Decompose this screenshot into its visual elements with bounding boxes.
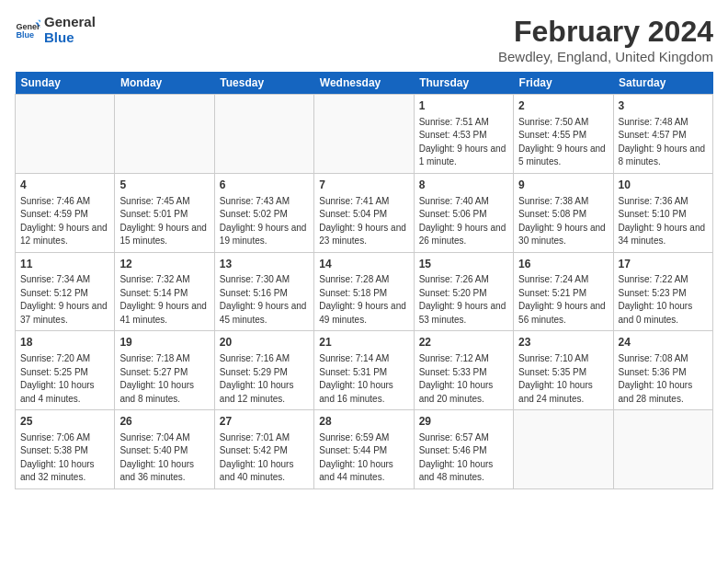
calendar-cell: 2Sunrise: 7:50 AM Sunset: 4:55 PM Daylig… [514, 95, 613, 174]
day-info: Sunrise: 7:38 AM Sunset: 5:08 PM Dayligh… [518, 195, 608, 248]
calendar-cell: 6Sunrise: 7:43 AM Sunset: 5:02 PM Daylig… [214, 173, 313, 252]
weekday-header-sunday: Sunday [16, 72, 115, 95]
calendar-cell: 17Sunrise: 7:22 AM Sunset: 5:23 PM Dayli… [613, 252, 712, 331]
calendar-cell: 21Sunrise: 7:14 AM Sunset: 5:31 PM Dayli… [314, 331, 414, 410]
day-number: 18 [20, 335, 109, 350]
day-number: 2 [518, 98, 608, 114]
calendar-cell: 1Sunrise: 7:51 AM Sunset: 4:53 PM Daylig… [414, 95, 513, 174]
day-number: 8 [419, 178, 508, 193]
day-number: 22 [419, 335, 508, 350]
day-info: Sunrise: 7:36 AM Sunset: 5:10 PM Dayligh… [619, 195, 708, 248]
day-number: 4 [20, 178, 109, 193]
weekday-header-tuesday: Tuesday [214, 72, 313, 95]
calendar-cell: 18Sunrise: 7:20 AM Sunset: 5:25 PM Dayli… [16, 331, 115, 410]
day-number: 12 [119, 257, 209, 272]
calendar-cell: 16Sunrise: 7:24 AM Sunset: 5:21 PM Dayli… [514, 252, 613, 331]
weekday-header-friday: Friday [514, 72, 613, 95]
day-info: Sunrise: 7:06 AM Sunset: 5:38 PM Dayligh… [20, 431, 109, 485]
day-info: Sunrise: 7:28 AM Sunset: 5:18 PM Dayligh… [319, 273, 408, 327]
weekday-header-saturday: Saturday [613, 72, 712, 95]
calendar-cell: 3Sunrise: 7:48 AM Sunset: 4:57 PM Daylig… [613, 95, 712, 174]
calendar-cell: 27Sunrise: 7:01 AM Sunset: 5:42 PM Dayli… [214, 410, 313, 489]
weekday-header-monday: Monday [115, 72, 214, 95]
day-info: Sunrise: 7:08 AM Sunset: 5:36 PM Dayligh… [619, 352, 708, 406]
calendar-week-4: 18Sunrise: 7:20 AM Sunset: 5:25 PM Dayli… [16, 331, 713, 410]
calendar-cell: 26Sunrise: 7:04 AM Sunset: 5:40 PM Dayli… [115, 410, 214, 489]
day-number: 29 [419, 414, 508, 430]
logo: General Blue General Blue [15, 15, 96, 45]
day-number: 17 [619, 257, 708, 272]
calendar-cell: 15Sunrise: 7:26 AM Sunset: 5:20 PM Dayli… [414, 252, 513, 331]
calendar-cell: 22Sunrise: 7:12 AM Sunset: 5:33 PM Dayli… [414, 331, 513, 410]
calendar-cell: 14Sunrise: 7:28 AM Sunset: 5:18 PM Dayli… [314, 252, 414, 331]
day-info: Sunrise: 7:04 AM Sunset: 5:40 PM Dayligh… [119, 431, 209, 485]
day-number: 9 [518, 178, 608, 193]
day-number: 21 [319, 335, 408, 350]
calendar-cell: 23Sunrise: 7:10 AM Sunset: 5:35 PM Dayli… [514, 331, 613, 410]
calendar-cell: 19Sunrise: 7:18 AM Sunset: 5:27 PM Dayli… [115, 331, 214, 410]
month-year: February 2024 [498, 15, 713, 49]
day-number: 3 [619, 98, 708, 114]
calendar-cell: 24Sunrise: 7:08 AM Sunset: 5:36 PM Dayli… [613, 331, 712, 410]
day-number: 1 [419, 98, 508, 114]
logo-blue: Blue [44, 29, 74, 45]
day-number: 25 [20, 414, 109, 430]
calendar-cell: 9Sunrise: 7:38 AM Sunset: 5:08 PM Daylig… [514, 173, 613, 252]
calendar-cell: 25Sunrise: 7:06 AM Sunset: 5:38 PM Dayli… [16, 410, 115, 489]
calendar-cell [115, 95, 214, 174]
day-number: 13 [220, 257, 309, 272]
day-number: 7 [319, 178, 408, 193]
calendar-cell [214, 95, 313, 174]
calendar-cell: 4Sunrise: 7:46 AM Sunset: 4:59 PM Daylig… [16, 173, 115, 252]
day-info: Sunrise: 7:45 AM Sunset: 5:01 PM Dayligh… [119, 195, 209, 248]
calendar-table: SundayMondayTuesdayWednesdayThursdayFrid… [15, 72, 713, 489]
logo-icon: General Blue [15, 17, 40, 43]
day-info: Sunrise: 7:41 AM Sunset: 5:04 PM Dayligh… [319, 195, 408, 248]
day-info: Sunrise: 7:10 AM Sunset: 5:35 PM Dayligh… [518, 352, 608, 406]
day-info: Sunrise: 7:01 AM Sunset: 5:42 PM Dayligh… [220, 431, 309, 485]
day-info: Sunrise: 7:51 AM Sunset: 4:53 PM Dayligh… [419, 116, 508, 169]
day-info: Sunrise: 7:30 AM Sunset: 5:16 PM Dayligh… [220, 273, 309, 327]
day-info: Sunrise: 7:46 AM Sunset: 4:59 PM Dayligh… [20, 195, 109, 248]
day-info: Sunrise: 7:48 AM Sunset: 4:57 PM Dayligh… [619, 116, 708, 169]
calendar-cell: 28Sunrise: 6:59 AM Sunset: 5:44 PM Dayli… [314, 410, 414, 489]
day-info: Sunrise: 7:40 AM Sunset: 5:06 PM Dayligh… [419, 195, 508, 248]
calendar-cell [613, 410, 712, 489]
day-number: 20 [220, 335, 309, 350]
calendar-cell [16, 95, 115, 174]
day-number: 23 [518, 335, 608, 350]
day-info: Sunrise: 7:18 AM Sunset: 5:27 PM Dayligh… [119, 352, 209, 406]
calendar-cell: 20Sunrise: 7:16 AM Sunset: 5:29 PM Dayli… [214, 331, 313, 410]
calendar-week-1: 1Sunrise: 7:51 AM Sunset: 4:53 PM Daylig… [16, 95, 713, 174]
weekday-header-row: SundayMondayTuesdayWednesdayThursdayFrid… [16, 72, 713, 95]
day-info: Sunrise: 7:24 AM Sunset: 5:21 PM Dayligh… [518, 273, 608, 327]
day-number: 5 [119, 178, 209, 193]
calendar-week-2: 4Sunrise: 7:46 AM Sunset: 4:59 PM Daylig… [16, 173, 713, 252]
day-info: Sunrise: 6:57 AM Sunset: 5:46 PM Dayligh… [419, 431, 508, 485]
calendar-cell [314, 95, 414, 174]
day-info: Sunrise: 7:26 AM Sunset: 5:20 PM Dayligh… [419, 273, 508, 327]
day-info: Sunrise: 7:14 AM Sunset: 5:31 PM Dayligh… [319, 352, 408, 406]
weekday-header-wednesday: Wednesday [314, 72, 414, 95]
calendar-cell: 8Sunrise: 7:40 AM Sunset: 5:06 PM Daylig… [414, 173, 513, 252]
page-header: General Blue General Blue February 2024 … [15, 15, 713, 64]
calendar-cell: 29Sunrise: 6:57 AM Sunset: 5:46 PM Dayli… [414, 410, 513, 489]
day-number: 26 [119, 414, 209, 430]
calendar-week-3: 11Sunrise: 7:34 AM Sunset: 5:12 PM Dayli… [16, 252, 713, 331]
location: Bewdley, England, United Kingdom [498, 49, 713, 64]
day-number: 14 [319, 257, 408, 272]
day-number: 10 [619, 178, 708, 193]
calendar-cell: 7Sunrise: 7:41 AM Sunset: 5:04 PM Daylig… [314, 173, 414, 252]
title-block: February 2024 Bewdley, England, United K… [498, 15, 713, 64]
calendar-cell: 13Sunrise: 7:30 AM Sunset: 5:16 PM Dayli… [214, 252, 313, 331]
calendar-cell: 11Sunrise: 7:34 AM Sunset: 5:12 PM Dayli… [16, 252, 115, 331]
svg-text:Blue: Blue [16, 30, 34, 40]
day-info: Sunrise: 7:34 AM Sunset: 5:12 PM Dayligh… [20, 273, 109, 327]
weekday-header-thursday: Thursday [414, 72, 513, 95]
day-info: Sunrise: 7:50 AM Sunset: 4:55 PM Dayligh… [518, 116, 608, 169]
logo-general: General [44, 14, 96, 29]
calendar-cell: 12Sunrise: 7:32 AM Sunset: 5:14 PM Dayli… [115, 252, 214, 331]
day-info: Sunrise: 7:32 AM Sunset: 5:14 PM Dayligh… [119, 273, 209, 327]
calendar-week-5: 25Sunrise: 7:06 AM Sunset: 5:38 PM Dayli… [16, 410, 713, 489]
day-number: 24 [619, 335, 708, 350]
